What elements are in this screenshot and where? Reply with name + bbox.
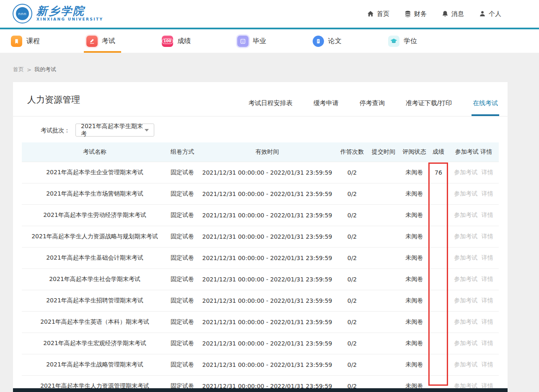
tab-grade[interactable]: 100 成绩 [162, 29, 191, 53]
tab-course[interactable]: 课程 [11, 29, 40, 53]
col-exam-name: 考试名称 [22, 142, 168, 162]
detail-link[interactable]: 详情 [482, 297, 493, 304]
page-title: 人力资源管理 [27, 94, 80, 106]
attempts-cell: 0/2 [337, 268, 367, 290]
exam-table: 考试名称 组卷方式 有效时间 作答次数 提交时间 评阅状态 成绩 参加考试 详情… [22, 142, 499, 392]
subtab-deferral-request[interactable]: 缓考申请 [314, 99, 339, 107]
home-icon [367, 10, 374, 17]
detail-link[interactable]: 详情 [482, 169, 493, 175]
window-bottom-edge [13, 388, 508, 392]
review-status-cell: 未阅卷 [400, 183, 428, 204]
join-exam-link[interactable]: 参加考试 [454, 361, 477, 368]
detail-link[interactable]: 详情 [482, 190, 493, 197]
attempts-cell: 0/2 [337, 183, 367, 204]
detail-link[interactable]: 详情 [482, 340, 493, 346]
exam-pencil-icon [86, 36, 98, 47]
actions-cell: 参加考试 详情 [448, 183, 499, 204]
score-cell [428, 354, 448, 375]
detail-link[interactable]: 详情 [482, 254, 493, 261]
paper-method-cell: 固定试卷 [168, 268, 197, 290]
valid-time-cell: 2021/12/31 00:00:00 - 2022/01/31 23:59:5… [197, 311, 337, 333]
join-exam-link[interactable]: 参加考试 [454, 318, 477, 325]
join-exam-link[interactable]: 参加考试 [454, 233, 477, 240]
thesis-document-icon [313, 36, 324, 47]
attempts-cell: 0/2 [337, 333, 367, 354]
tab-degree[interactable]: 学位 [388, 29, 417, 53]
tab-thesis[interactable]: 论文 [313, 29, 342, 53]
detail-link[interactable]: 详情 [482, 276, 493, 282]
actions-cell: 参加考试 详情 [448, 333, 499, 354]
attempts-cell: 0/2 [337, 247, 367, 268]
join-exam-link[interactable]: 参加考试 [454, 190, 477, 197]
coins-icon [404, 10, 411, 17]
score-cell [428, 226, 448, 247]
exam-table-row: 2021年高起本学生人力资源战略与规划期末考试 固定试卷 2021/12/31 … [22, 226, 499, 247]
nav-home[interactable]: 首页 [367, 10, 389, 18]
subtab-suspension-query[interactable]: 停考查询 [360, 99, 385, 107]
exam-table-row: 2021年高起本学生宏观经济学期末考试 固定试卷 2021/12/31 00:0… [22, 333, 499, 354]
breadcrumb-home[interactable]: 首页 [13, 66, 24, 73]
breadcrumb-separator: > [27, 67, 31, 73]
review-status-cell: 未阅卷 [400, 204, 428, 226]
grade-100-icon: 100 [162, 36, 173, 47]
attempts-cell: 0/2 [337, 290, 367, 311]
submit-time-cell [367, 354, 400, 375]
batch-filter-label: 考试批次： [41, 127, 70, 134]
actions-cell: 参加考试 详情 [448, 226, 499, 247]
join-exam-link[interactable]: 参加考试 [454, 297, 477, 304]
exam-subtabs: 考试日程安排表 缓考申请 停考查询 准考证下载/打印 在线考试 [249, 99, 498, 107]
valid-time-cell: 2021/12/31 00:00:00 - 2022/01/31 23:59:5… [197, 162, 337, 183]
join-exam-link[interactable]: 参加考试 [454, 340, 477, 346]
nav-messages[interactable]: 消息 [442, 10, 464, 18]
detail-link[interactable]: 详情 [482, 361, 493, 368]
detail-link[interactable]: 详情 [482, 233, 493, 240]
review-status-cell: 未阅卷 [400, 226, 428, 247]
exam-table-body: 2021年高起本学生企业管理期末考试 固定试卷 2021/12/31 00:00… [22, 162, 499, 392]
nav-finance[interactable]: 财务 [404, 10, 427, 18]
paper-method-cell: 固定试卷 [168, 290, 197, 311]
nav-profile[interactable]: 个人 [479, 10, 501, 18]
review-status-cell: 未阅卷 [400, 354, 428, 375]
join-exam-link[interactable]: 参加考试 [454, 169, 477, 175]
attempts-cell: 0/2 [337, 311, 367, 333]
score-cell: 76 [428, 162, 448, 183]
subtab-exam-schedule[interactable]: 考试日程安排表 [249, 99, 293, 107]
col-actions: 参加考试 详情 [448, 142, 499, 162]
col-paper-method: 组卷方式 [168, 142, 197, 162]
content-card: 人力资源管理 考试日程安排表 缓考申请 停考查询 准考证下载/打印 在线考试 考… [13, 82, 508, 392]
tab-graduation[interactable]: 毕业 [237, 29, 266, 53]
join-exam-link[interactable]: 参加考试 [454, 254, 477, 261]
join-exam-link[interactable]: 参加考试 [454, 211, 477, 218]
score-cell [428, 204, 448, 226]
subtab-online-exam[interactable]: 在线考试 [473, 99, 498, 107]
col-score: 成绩 [428, 142, 448, 162]
detail-link[interactable]: 详情 [482, 211, 493, 218]
exam-name-cell: 2021年高起本学生招聘管理期末考试 [22, 290, 168, 311]
exam-table-row: 2021年高起本学生战略管理期末考试 固定试卷 2021/12/31 00:00… [22, 354, 499, 375]
review-status-cell: 未阅卷 [400, 268, 428, 290]
exam-name-cell: 2021年高起本学生市场营销期末考试 [22, 183, 168, 204]
attempts-cell: 0/2 [337, 204, 367, 226]
batch-select[interactable]: 2021年高起本学生期末考 [75, 124, 154, 137]
exam-table-row: 2021年高起本学生基础会计期末考试 固定试卷 2021/12/31 00:00… [22, 247, 499, 268]
score-cell [428, 247, 448, 268]
score-cell [428, 311, 448, 333]
exam-name-cell: 2021年高起本学生人力资源战略与规划期末考试 [22, 226, 168, 247]
join-exam-link[interactable]: 参加考试 [454, 276, 477, 282]
submit-time-cell [367, 162, 400, 183]
exam-table-row: 2021年高起本学生市场营销期末考试 固定试卷 2021/12/31 00:00… [22, 183, 499, 204]
university-logo[interactable]: nnn 新乡学院 XINXIANG UNIVERSITY [13, 4, 103, 23]
paper-method-cell: 固定试卷 [168, 354, 197, 375]
exam-table-row: 2021年高起本学生招聘管理期末考试 固定试卷 2021/12/31 00:00… [22, 290, 499, 311]
valid-time-cell: 2021/12/31 00:00:00 - 2022/01/31 23:59:5… [197, 247, 337, 268]
card-header-divider [13, 116, 508, 116]
submit-time-cell [367, 311, 400, 333]
detail-link[interactable]: 详情 [482, 318, 493, 325]
submit-time-cell [367, 204, 400, 226]
chevron-down-icon [145, 129, 149, 132]
tab-exam[interactable]: 考试 [86, 29, 115, 53]
subtab-ticket-download[interactable]: 准考证下载/打印 [406, 99, 452, 107]
valid-time-cell: 2021/12/31 00:00:00 - 2022/01/31 23:59:5… [197, 354, 337, 375]
university-seal-icon: nnn [13, 4, 32, 23]
col-submit-time: 提交时间 [367, 142, 400, 162]
